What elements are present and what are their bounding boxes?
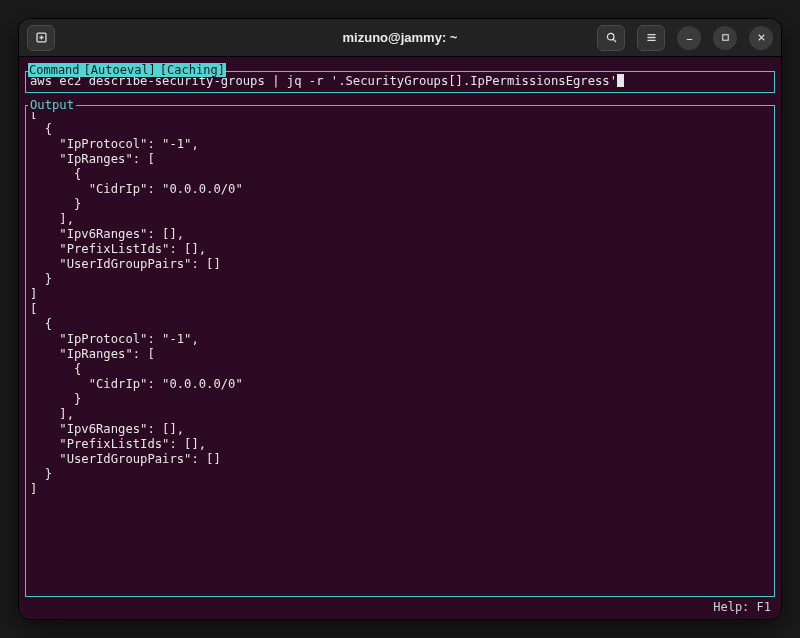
maximize-button[interactable] [713, 26, 737, 50]
close-button[interactable] [749, 26, 773, 50]
minimize-icon [684, 32, 695, 43]
help-hint: Help: F1 [713, 600, 771, 615]
text-cursor [617, 74, 624, 87]
terminal-window: mizuno@jammy: ~ [18, 18, 782, 620]
hamburger-menu-button[interactable] [637, 25, 665, 51]
svg-line-4 [613, 39, 616, 42]
output-text: [ { "IpProtocol": "-1", "IpRanges": [ { … [30, 107, 770, 497]
new-tab-icon [35, 31, 48, 44]
tab-command[interactable]: Command [28, 63, 81, 77]
maximize-icon [720, 32, 731, 43]
search-button[interactable] [597, 25, 625, 51]
titlebar: mizuno@jammy: ~ [19, 19, 781, 57]
svg-point-3 [607, 33, 614, 40]
svg-rect-9 [722, 35, 728, 41]
tab-autoeval[interactable]: [Autoeval] [83, 63, 157, 77]
new-tab-button[interactable] [27, 25, 55, 51]
output-panel: Output [ { "IpProtocol": "-1", "IpRanges… [25, 105, 775, 597]
minimize-button[interactable] [677, 26, 701, 50]
tab-caching[interactable]: [Caching] [159, 63, 226, 77]
output-panel-label: Output [28, 98, 76, 112]
close-icon [756, 32, 767, 43]
search-icon [605, 31, 618, 44]
terminal-body[interactable]: Command [Autoeval] [Caching] aws ec2 des… [19, 57, 781, 619]
command-panel: Command [Autoeval] [Caching] aws ec2 des… [25, 71, 775, 93]
hamburger-icon [645, 31, 658, 44]
command-panel-tabs: Command [Autoeval] [Caching] [28, 63, 226, 77]
